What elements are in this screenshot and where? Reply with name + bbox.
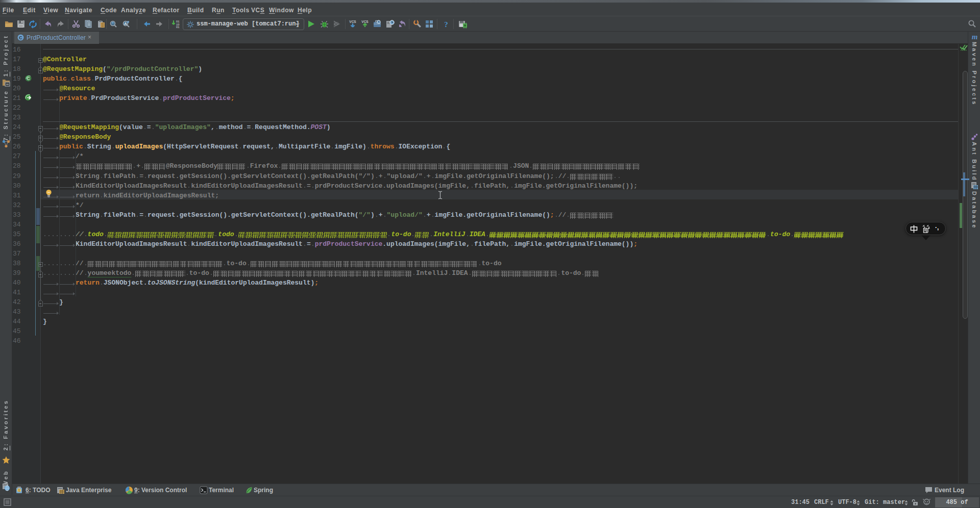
svg-text:VCS: VCS: [349, 20, 356, 23]
svg-text:C: C: [19, 35, 22, 40]
svg-text:01: 01: [176, 26, 180, 29]
svg-text:?: ?: [444, 20, 448, 28]
svg-text:C: C: [27, 76, 30, 81]
svg-text:VCS: VCS: [361, 20, 369, 23]
svg-text:m: m: [972, 33, 978, 41]
svg-text:A: A: [124, 21, 127, 26]
